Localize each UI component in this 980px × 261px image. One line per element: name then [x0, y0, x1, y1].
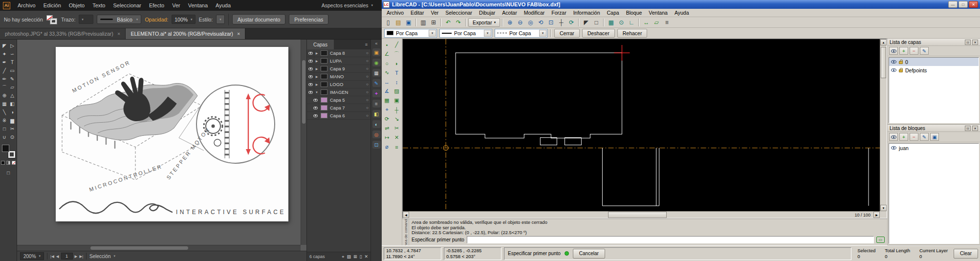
pen-linetype-combo[interactable]: Por Capa ▾ [495, 29, 547, 38]
layer-thumbnail[interactable] [321, 105, 327, 110]
ai-menu-seleccionar[interactable]: Seleccionar [109, 0, 145, 11]
chevron-down-icon[interactable]: ▾ [539, 30, 546, 37]
scrollbar-thumb[interactable] [881, 47, 886, 78]
zoom-previous-button[interactable]: ⟲ [536, 18, 545, 27]
document-setup-button[interactable]: Ajustar documento [232, 14, 286, 24]
paintbrush-tool[interactable]: ✏ [0, 75, 8, 83]
block-row-juan[interactable]: juan [889, 144, 979, 152]
gradient-panel-icon[interactable]: ◧ [372, 110, 381, 118]
first-artboard-icon[interactable]: |◀ [50, 254, 54, 259]
file-open-button[interactable]: ▤ [393, 18, 403, 27]
pen-color-combo[interactable]: Por Capa ▾ [384, 29, 437, 38]
width-tool[interactable]: ⌒ [0, 83, 8, 91]
redo-icon-button[interactable]: ↷ [454, 18, 463, 27]
zoom-auto-button[interactable]: ◎ [525, 18, 535, 27]
remove-block-icon[interactable]: − [910, 133, 918, 141]
lock-icon[interactable] [899, 61, 903, 64]
dim-angular-tool[interactable]: ∡ [382, 87, 392, 96]
ai-menu-efecto[interactable]: Efecto [145, 0, 168, 11]
layer-row-lupa[interactable]: ▶ LUPA ○ [307, 57, 370, 65]
chevron-down-icon[interactable]: ▾ [484, 30, 491, 37]
zoom-window-button[interactable]: ⊡ [546, 18, 556, 27]
pan-button[interactable]: ┼ [556, 18, 566, 27]
pencil-tool[interactable]: ✎ [8, 75, 16, 83]
stroke-width-field[interactable]: ▾ [79, 15, 93, 24]
add-block-icon[interactable]: + [899, 133, 908, 141]
file-new-button[interactable]: ▯ [383, 18, 393, 27]
none-button[interactable] [12, 161, 16, 165]
target-circle-icon[interactable]: ○ [364, 113, 370, 118]
arc-tool[interactable]: ⌒ [392, 49, 402, 59]
blend-tool[interactable]: ◑ [8, 108, 16, 116]
add-layer-icon[interactable]: + [899, 47, 908, 55]
ai-menu-edicion[interactable]: Edición [40, 0, 65, 11]
new-layer-icon[interactable]: ▯ [360, 254, 362, 260]
layer-row-capa5[interactable]: Capa 5 ○ [307, 96, 370, 104]
layer-row-0[interactable]: 0 [889, 58, 979, 66]
collapse-arrow-icon[interactable]: ▼ [314, 91, 319, 94]
scroll-right-icon[interactable]: ▶ [873, 212, 880, 218]
close-icon[interactable]: ✕ [237, 32, 240, 36]
artboard-tool[interactable]: □ [0, 125, 8, 133]
remove-layer-icon[interactable]: − [910, 47, 918, 55]
cad-menu-forzar[interactable]: Forzar [548, 10, 569, 16]
lasso-tool[interactable]: ∽ [8, 50, 16, 58]
fill-stroke-swatches[interactable] [46, 14, 58, 25]
cad-menu-modificar[interactable]: Modificar [521, 10, 548, 16]
target-circle-icon[interactable]: ○ [364, 98, 370, 102]
layer-row-mano[interactable]: ▶ MANO ○ [307, 73, 370, 81]
close-panel-icon[interactable]: ✕ [972, 126, 978, 131]
visibility-eye-icon[interactable] [891, 146, 896, 150]
visibility-eye-icon[interactable] [891, 68, 896, 72]
color-button[interactable] [1, 161, 5, 165]
rotate-tool[interactable]: ⟳ [382, 114, 392, 124]
graphic-style-combo[interactable]: ▾ [216, 15, 225, 24]
stretch-tool[interactable]: ↦ [382, 133, 392, 142]
point-tool[interactable]: • [382, 40, 392, 49]
command-dock-handle[interactable]: Línea de comandos [402, 219, 409, 245]
layer-name[interactable]: Capa 6 [329, 113, 364, 118]
layer-row-capa8[interactable]: ▶ Capa 8 ○ [307, 49, 370, 57]
close-panel-icon[interactable]: ✕ [972, 40, 978, 45]
layer-name[interactable]: LOGO [329, 82, 364, 87]
layer-row-capa9[interactable]: ▶ Capa 9 ○ [307, 65, 370, 73]
command-input[interactable] [467, 236, 874, 243]
workspace-switcher[interactable]: Aspectos esenciales ▾ [316, 2, 379, 8]
cad-menu-capa[interactable]: Capa [604, 10, 623, 16]
direct-selection-tool[interactable]: ▷ [8, 42, 16, 50]
layer-thumbnail[interactable] [321, 66, 327, 71]
target-circle-icon[interactable]: ○ [364, 66, 370, 71]
drawing-vertical-scrollbar[interactable]: ▲ ▼ [880, 39, 887, 211]
slice-tool[interactable]: ✂ [8, 125, 16, 133]
opacity-field[interactable]: 100% ▾ [172, 15, 195, 24]
block-tool[interactable]: ▣ [392, 96, 402, 105]
keyboard-icon[interactable]: ▭ [876, 237, 885, 243]
preferences-button[interactable]: Preferencias [289, 14, 328, 24]
maximize-button[interactable]: □ [958, 1, 968, 8]
layer-thumbnail[interactable] [321, 50, 327, 56]
layer-row-imagen[interactable]: ▼ IMAGEN ○ [307, 88, 370, 96]
layer-row-logo[interactable]: ▶ LOGO ○ [307, 81, 370, 88]
pen-tool[interactable]: ✒ [0, 58, 8, 66]
layer-name[interactable]: Capa 8 [329, 50, 364, 56]
cad-menu-editar[interactable]: Editar [407, 10, 427, 16]
cad-menu-bloque[interactable]: Bloque [623, 10, 646, 16]
layer-name[interactable]: Capa 5 [329, 97, 364, 103]
titlebar[interactable]: LC LibreCAD - [C:\Users\JuanPablo\Docume… [382, 0, 980, 9]
fill-color-icon[interactable] [2, 145, 9, 152]
stroke-panel-icon[interactable]: ≡ [372, 100, 381, 108]
visibility-eye-icon[interactable] [307, 65, 314, 72]
draw-order-button[interactable]: ≡ [662, 18, 672, 27]
save-block-icon[interactable]: ▣ [930, 133, 939, 141]
layer-thumbnail[interactable] [321, 89, 327, 95]
ai-menu-archivo[interactable]: Archivo [14, 0, 40, 11]
clipping-mask-icon[interactable]: ▨ [347, 254, 351, 260]
symbol-sprayer-tool[interactable]: ※ [0, 116, 8, 125]
delete-tool[interactable]: ✕ [392, 133, 402, 142]
stroke-swatch-icon[interactable] [50, 19, 57, 24]
line-segment-tool[interactable]: ╱ [0, 66, 8, 75]
undo-icon-button[interactable]: ↶ [443, 18, 453, 27]
lock-icon[interactable] [899, 69, 903, 72]
export-menu-button[interactable]: Exportar ▾ [468, 18, 500, 27]
ai-menu-texto[interactable]: Texto [88, 0, 109, 11]
